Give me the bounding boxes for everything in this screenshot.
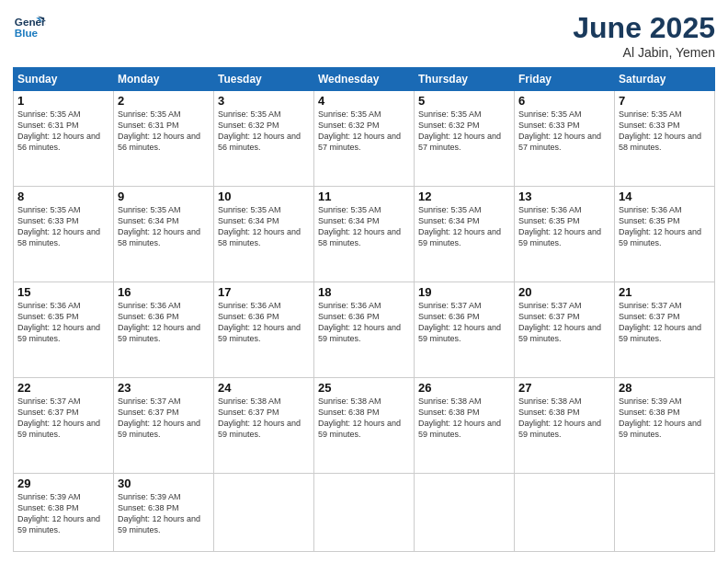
table-row: 2 Sunrise: 5:35 AM Sunset: 6:31 PM Dayli… <box>114 91 214 187</box>
cell-info: Sunrise: 5:35 AM Sunset: 6:32 PM Dayligh… <box>218 109 310 154</box>
cell-info: Sunrise: 5:36 AM Sunset: 6:35 PM Dayligh… <box>17 300 109 345</box>
table-row: 19 Sunrise: 5:37 AM Sunset: 6:36 PM Dayl… <box>415 282 515 377</box>
day-number: 29 <box>17 477 109 490</box>
table-row: 23 Sunrise: 5:37 AM Sunset: 6:37 PM Dayl… <box>114 377 214 473</box>
day-number: 4 <box>318 94 410 108</box>
cell-info: Sunrise: 5:37 AM Sunset: 6:36 PM Dayligh… <box>418 300 510 345</box>
table-row: 27 Sunrise: 5:38 AM Sunset: 6:38 PM Dayl… <box>515 377 615 473</box>
cell-info: Sunrise: 5:35 AM Sunset: 6:34 PM Dayligh… <box>418 204 510 249</box>
day-number: 23 <box>118 381 210 395</box>
cell-info: Sunrise: 5:38 AM Sunset: 6:38 PM Dayligh… <box>518 396 610 441</box>
day-number: 10 <box>218 190 310 203</box>
day-number: 7 <box>619 94 711 108</box>
table-row: 6 Sunrise: 5:35 AM Sunset: 6:33 PM Dayli… <box>515 91 615 187</box>
table-row: 11 Sunrise: 5:35 AM Sunset: 6:34 PM Dayl… <box>314 186 415 282</box>
cell-info: Sunrise: 5:38 AM Sunset: 6:38 PM Dayligh… <box>418 396 510 441</box>
day-number: 17 <box>218 285 310 299</box>
page: General Blue June 2025 Al Jabin, Yemen S… <box>0 0 728 563</box>
table-row <box>615 473 715 551</box>
day-number: 25 <box>318 381 410 395</box>
cell-info: Sunrise: 5:38 AM Sunset: 6:37 PM Dayligh… <box>218 396 310 441</box>
cell-info: Sunrise: 5:37 AM Sunset: 6:37 PM Dayligh… <box>118 396 210 441</box>
table-row: 12 Sunrise: 5:35 AM Sunset: 6:34 PM Dayl… <box>415 186 515 282</box>
day-number: 8 <box>17 190 109 203</box>
day-number: 1 <box>17 94 109 108</box>
table-row: 16 Sunrise: 5:36 AM Sunset: 6:36 PM Dayl… <box>114 282 214 377</box>
table-row: 29 Sunrise: 5:39 AM Sunset: 6:38 PM Dayl… <box>14 473 114 551</box>
table-row: 13 Sunrise: 5:36 AM Sunset: 6:35 PM Dayl… <box>515 186 615 282</box>
cell-info: Sunrise: 5:35 AM Sunset: 6:32 PM Dayligh… <box>318 109 410 154</box>
day-number: 12 <box>418 190 510 203</box>
day-number: 15 <box>17 285 109 299</box>
cell-info: Sunrise: 5:37 AM Sunset: 6:37 PM Dayligh… <box>619 300 711 345</box>
table-row: 20 Sunrise: 5:37 AM Sunset: 6:37 PM Dayl… <box>515 282 615 377</box>
cell-info: Sunrise: 5:35 AM Sunset: 6:33 PM Dayligh… <box>518 109 610 154</box>
logo-icon: General Blue <box>13 11 46 44</box>
day-number: 24 <box>218 381 310 395</box>
day-number: 21 <box>619 285 711 299</box>
cell-info: Sunrise: 5:35 AM Sunset: 6:34 PM Dayligh… <box>118 204 210 249</box>
table-row: 8 Sunrise: 5:35 AM Sunset: 6:33 PM Dayli… <box>14 186 114 282</box>
cell-info: Sunrise: 5:35 AM Sunset: 6:33 PM Dayligh… <box>17 204 109 249</box>
day-number: 3 <box>218 94 310 108</box>
table-row: 22 Sunrise: 5:37 AM Sunset: 6:37 PM Dayl… <box>14 377 114 473</box>
calendar-week-row: 1 Sunrise: 5:35 AM Sunset: 6:31 PM Dayli… <box>14 91 715 187</box>
calendar-table: Sunday Monday Tuesday Wednesday Thursday… <box>13 67 715 552</box>
cell-info: Sunrise: 5:35 AM Sunset: 6:32 PM Dayligh… <box>418 109 510 154</box>
table-row: 25 Sunrise: 5:38 AM Sunset: 6:38 PM Dayl… <box>314 377 415 473</box>
table-row: 5 Sunrise: 5:35 AM Sunset: 6:32 PM Dayli… <box>415 91 515 187</box>
cell-info: Sunrise: 5:35 AM Sunset: 6:34 PM Dayligh… <box>218 204 310 249</box>
table-row: 30 Sunrise: 5:39 AM Sunset: 6:38 PM Dayl… <box>114 473 214 551</box>
cell-info: Sunrise: 5:37 AM Sunset: 6:37 PM Dayligh… <box>518 300 610 345</box>
cell-info: Sunrise: 5:38 AM Sunset: 6:38 PM Dayligh… <box>318 396 410 441</box>
day-number: 9 <box>118 190 210 203</box>
calendar-week-row: 8 Sunrise: 5:35 AM Sunset: 6:33 PM Dayli… <box>14 186 715 282</box>
day-number: 28 <box>619 381 711 395</box>
day-number: 18 <box>318 285 410 299</box>
table-row <box>314 473 415 551</box>
day-number: 6 <box>518 94 610 108</box>
location: Al Jabin, Yemen <box>573 45 715 60</box>
col-tuesday: Tuesday <box>214 68 314 91</box>
cell-info: Sunrise: 5:39 AM Sunset: 6:38 PM Dayligh… <box>619 396 711 441</box>
cell-info: Sunrise: 5:36 AM Sunset: 6:36 PM Dayligh… <box>118 300 210 345</box>
col-monday: Monday <box>114 68 214 91</box>
col-saturday: Saturday <box>615 68 715 91</box>
cell-info: Sunrise: 5:36 AM Sunset: 6:35 PM Dayligh… <box>518 204 610 249</box>
col-sunday: Sunday <box>14 68 114 91</box>
cell-info: Sunrise: 5:39 AM Sunset: 6:38 PM Dayligh… <box>17 491 109 536</box>
table-row: 17 Sunrise: 5:36 AM Sunset: 6:36 PM Dayl… <box>214 282 314 377</box>
cell-info: Sunrise: 5:36 AM Sunset: 6:36 PM Dayligh… <box>218 300 310 345</box>
day-number: 16 <box>118 285 210 299</box>
header: General Blue June 2025 Al Jabin, Yemen <box>13 11 715 60</box>
table-row: 28 Sunrise: 5:39 AM Sunset: 6:38 PM Dayl… <box>615 377 715 473</box>
table-row <box>515 473 615 551</box>
col-wednesday: Wednesday <box>314 68 415 91</box>
cell-info: Sunrise: 5:36 AM Sunset: 6:35 PM Dayligh… <box>619 204 711 249</box>
table-row: 24 Sunrise: 5:38 AM Sunset: 6:37 PM Dayl… <box>214 377 314 473</box>
calendar-week-row: 15 Sunrise: 5:36 AM Sunset: 6:35 PM Dayl… <box>14 282 715 377</box>
svg-text:Blue: Blue <box>15 27 39 39</box>
day-number: 11 <box>318 190 410 203</box>
table-row: 26 Sunrise: 5:38 AM Sunset: 6:38 PM Dayl… <box>415 377 515 473</box>
day-number: 20 <box>518 285 610 299</box>
day-number: 26 <box>418 381 510 395</box>
cell-info: Sunrise: 5:36 AM Sunset: 6:36 PM Dayligh… <box>318 300 410 345</box>
cell-info: Sunrise: 5:35 AM Sunset: 6:34 PM Dayligh… <box>318 204 410 249</box>
cell-info: Sunrise: 5:35 AM Sunset: 6:33 PM Dayligh… <box>619 109 711 154</box>
title-block: June 2025 Al Jabin, Yemen <box>573 11 715 60</box>
table-row: 9 Sunrise: 5:35 AM Sunset: 6:34 PM Dayli… <box>114 186 214 282</box>
table-row: 10 Sunrise: 5:35 AM Sunset: 6:34 PM Dayl… <box>214 186 314 282</box>
day-number: 14 <box>619 190 711 203</box>
day-number: 5 <box>418 94 510 108</box>
table-row: 3 Sunrise: 5:35 AM Sunset: 6:32 PM Dayli… <box>214 91 314 187</box>
table-row: 18 Sunrise: 5:36 AM Sunset: 6:36 PM Dayl… <box>314 282 415 377</box>
month-title: June 2025 <box>573 11 715 45</box>
table-row <box>214 473 314 551</box>
day-number: 13 <box>518 190 610 203</box>
table-row: 15 Sunrise: 5:36 AM Sunset: 6:35 PM Dayl… <box>14 282 114 377</box>
calendar-header-row: Sunday Monday Tuesday Wednesday Thursday… <box>14 68 715 91</box>
logo: General Blue <box>13 11 46 44</box>
day-number: 19 <box>418 285 510 299</box>
cell-info: Sunrise: 5:37 AM Sunset: 6:37 PM Dayligh… <box>17 396 109 441</box>
